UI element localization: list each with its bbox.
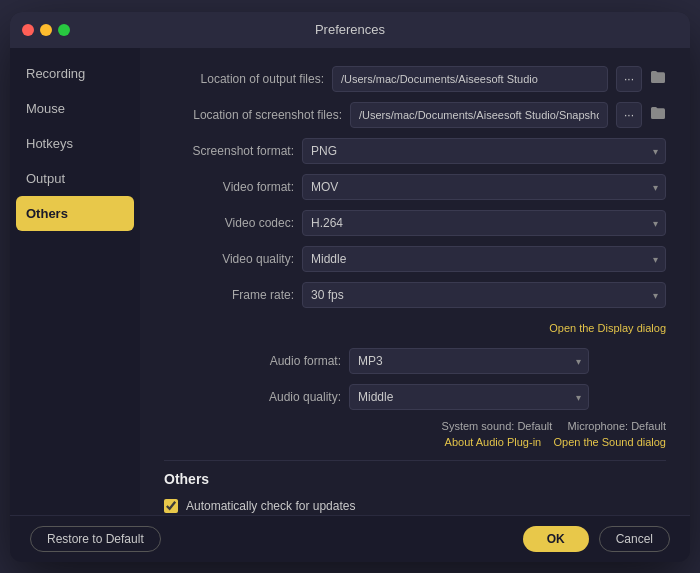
about-plugin-link[interactable]: About Audio Plug-in <box>445 436 542 448</box>
footer: Restore to Default OK Cancel <box>10 515 690 562</box>
preferences-window: Preferences Recording Mouse Hotkeys Outp… <box>10 12 690 562</box>
video-format-select[interactable]: MOV MP4 AVI <box>302 174 666 200</box>
audio-section: Audio format: MP3 AAC WAV ▾ Audio qualit… <box>164 348 666 448</box>
video-format-row: Video format: MOV MP4 AVI ▾ <box>164 174 666 200</box>
audio-format-row: Audio format: MP3 AAC WAV ▾ <box>164 348 666 374</box>
open-display-link-row: Open the Display dialog <box>164 318 666 336</box>
microphone-value: Default <box>631 420 666 432</box>
sidebar-item-recording[interactable]: Recording <box>10 56 140 91</box>
audio-format-label: Audio format: <box>241 354 341 368</box>
screenshot-dots-button[interactable]: ··· <box>616 102 642 128</box>
system-sound-value: Default <box>517 420 552 432</box>
maximize-button[interactable] <box>58 24 70 36</box>
open-sound-link[interactable]: Open the Sound dialog <box>553 436 666 448</box>
system-sound-row: System sound: Default Microphone: Defaul… <box>164 420 666 432</box>
sidebar: Recording Mouse Hotkeys Output Others <box>10 48 140 515</box>
output-files-label: Location of output files: <box>164 72 324 86</box>
audio-format-select[interactable]: MP3 AAC WAV <box>349 348 589 374</box>
sidebar-item-hotkeys[interactable]: Hotkeys <box>10 126 140 161</box>
titlebar: Preferences <box>10 12 690 48</box>
output-dots-button[interactable]: ··· <box>616 66 642 92</box>
sidebar-item-output[interactable]: Output <box>10 161 140 196</box>
audio-format-select-wrap: MP3 AAC WAV ▾ <box>349 348 589 374</box>
close-button[interactable] <box>22 24 34 36</box>
video-codec-row: Video codec: H.264 H.265 ▾ <box>164 210 666 236</box>
others-section: Others Automatically check for updates U… <box>164 471 666 515</box>
video-quality-row: Video quality: Middle Low High ▾ <box>164 246 666 272</box>
cancel-button[interactable]: Cancel <box>599 526 670 552</box>
video-format-select-wrap: MOV MP4 AVI ▾ <box>302 174 666 200</box>
sidebar-item-others[interactable]: Others <box>16 196 134 231</box>
frame-rate-label: Frame rate: <box>164 288 294 302</box>
section-divider <box>164 460 666 461</box>
screenshot-files-row: Location of screenshot files: ··· <box>164 102 666 128</box>
output-folder-button[interactable] <box>650 69 666 88</box>
video-quality-select[interactable]: Middle Low High <box>302 246 666 272</box>
video-quality-label: Video quality: <box>164 252 294 266</box>
screenshot-files-input[interactable] <box>350 102 608 128</box>
screenshot-folder-button[interactable] <box>650 105 666 124</box>
video-codec-select[interactable]: H.264 H.265 <box>302 210 666 236</box>
frame-rate-row: Frame rate: 30 fps 24 fps 60 fps ▾ <box>164 282 666 308</box>
traffic-lights <box>22 24 70 36</box>
audio-links-row: About Audio Plug-in Open the Sound dialo… <box>164 436 666 448</box>
audio-quality-row: Audio quality: Middle Low High ▾ <box>164 384 666 410</box>
audio-quality-select[interactable]: Middle Low High <box>349 384 589 410</box>
video-format-label: Video format: <box>164 180 294 194</box>
auto-check-updates-row: Automatically check for updates <box>164 499 666 513</box>
video-codec-label: Video codec: <box>164 216 294 230</box>
minimize-button[interactable] <box>40 24 52 36</box>
audio-quality-label: Audio quality: <box>241 390 341 404</box>
restore-default-button[interactable]: Restore to Default <box>30 526 161 552</box>
content-area: Recording Mouse Hotkeys Output Others Lo… <box>10 48 690 515</box>
video-quality-select-wrap: Middle Low High ▾ <box>302 246 666 272</box>
frame-rate-select-wrap: 30 fps 24 fps 60 fps ▾ <box>302 282 666 308</box>
output-files-input[interactable] <box>332 66 608 92</box>
microphone-label: Microphone: <box>568 420 629 432</box>
footer-btn-group: OK Cancel <box>523 526 670 552</box>
open-display-link[interactable]: Open the Display dialog <box>549 322 666 334</box>
system-sound-label: System sound: <box>442 420 515 432</box>
screenshot-format-row: Screenshot format: PNG JPG BMP ▾ <box>164 138 666 164</box>
ok-button[interactable]: OK <box>523 526 589 552</box>
sidebar-item-mouse[interactable]: Mouse <box>10 91 140 126</box>
frame-rate-select[interactable]: 30 fps 24 fps 60 fps <box>302 282 666 308</box>
output-files-row: Location of output files: ··· <box>164 66 666 92</box>
main-panel: Location of output files: ··· Location o… <box>140 48 690 515</box>
screenshot-format-select-wrap: PNG JPG BMP ▾ <box>302 138 666 164</box>
video-codec-select-wrap: H.264 H.265 ▾ <box>302 210 666 236</box>
window-title: Preferences <box>315 22 385 37</box>
auto-check-updates-label: Automatically check for updates <box>186 499 355 513</box>
others-heading: Others <box>164 471 666 487</box>
auto-check-updates-checkbox[interactable] <box>164 499 178 513</box>
screenshot-files-label: Location of screenshot files: <box>164 108 342 122</box>
audio-quality-select-wrap: Middle Low High ▾ <box>349 384 589 410</box>
screenshot-format-select[interactable]: PNG JPG BMP <box>302 138 666 164</box>
screenshot-format-label: Screenshot format: <box>164 144 294 158</box>
